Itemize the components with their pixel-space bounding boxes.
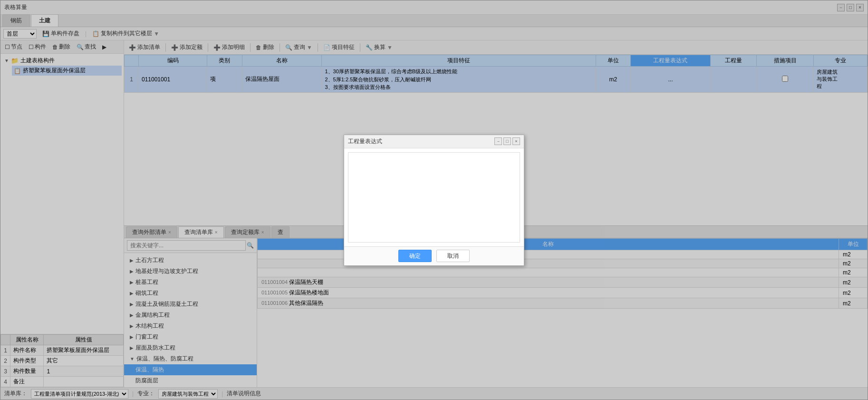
modal-title-text: 工程量表达式 [348, 137, 382, 146]
modal-body [344, 148, 524, 246]
modal-minimize-button[interactable]: － [494, 137, 502, 145]
modal-content-area[interactable] [348, 152, 520, 243]
modal-title-buttons: － □ × [494, 137, 520, 145]
modal-confirm-button[interactable]: 确定 [398, 250, 432, 262]
modal-close-button[interactable]: × [512, 137, 520, 145]
modal-cancel-button[interactable]: 取消 [436, 250, 470, 262]
modal-footer: 确定 取消 [344, 246, 524, 265]
modal-overlay: 工程量表达式 － □ × 确定 取消 [0, 0, 868, 400]
modal-title-bar: 工程量表达式 － □ × [344, 135, 524, 148]
expression-modal: 工程量表达式 － □ × 确定 取消 [344, 135, 524, 266]
modal-maximize-button[interactable]: □ [503, 137, 511, 145]
